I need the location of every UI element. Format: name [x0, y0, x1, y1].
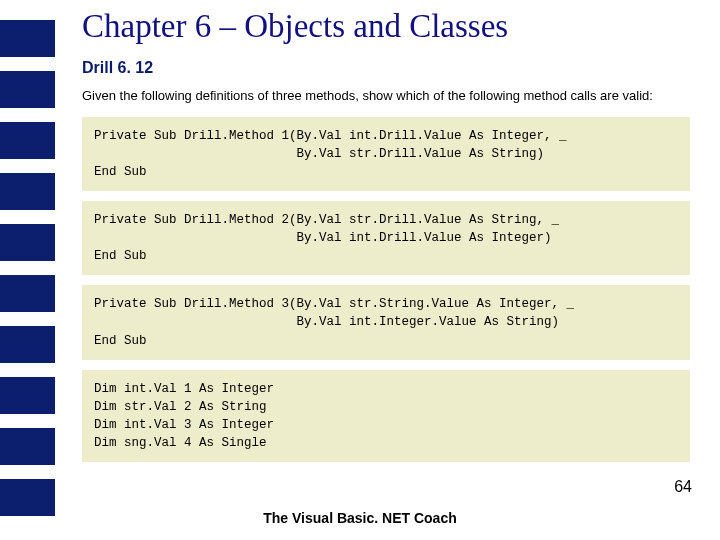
sidebar-block: [0, 428, 55, 465]
sidebar-decoration: [0, 0, 55, 540]
sidebar-block: [0, 377, 55, 414]
content-area: Chapter 6 – Objects and Classes Drill 6.…: [82, 8, 690, 472]
code-block: Private Sub Drill.Method 3(By.Val str.St…: [82, 285, 690, 359]
page-number: 64: [674, 478, 692, 496]
code-block: Private Sub Drill.Method 2(By.Val str.Dr…: [82, 201, 690, 275]
sidebar-block: [0, 326, 55, 363]
drill-heading: Drill 6. 12: [82, 59, 690, 77]
sidebar-block: [0, 20, 55, 57]
sidebar-block: [0, 224, 55, 261]
footer-text: The Visual Basic. NET Coach: [0, 510, 720, 526]
chapter-title: Chapter 6 – Objects and Classes: [82, 8, 690, 45]
code-block: Dim int.Val 1 As Integer Dim str.Val 2 A…: [82, 370, 690, 463]
sidebar-block: [0, 173, 55, 210]
code-block: Private Sub Drill.Method 1(By.Val int.Dr…: [82, 117, 690, 191]
sidebar-block: [0, 275, 55, 312]
drill-prompt: Given the following definitions of three…: [82, 87, 690, 105]
sidebar-block: [0, 71, 55, 108]
slide: Chapter 6 – Objects and Classes Drill 6.…: [0, 0, 720, 540]
sidebar-block: [0, 122, 55, 159]
